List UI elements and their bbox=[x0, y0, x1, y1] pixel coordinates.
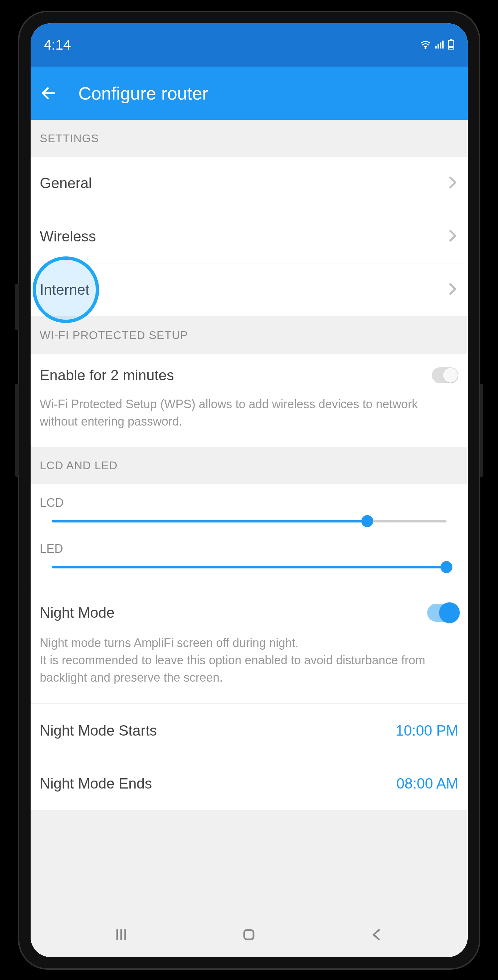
svg-point-0 bbox=[425, 47, 426, 48]
back-arrow-icon bbox=[40, 84, 57, 102]
chevron-right-icon bbox=[447, 282, 458, 298]
night-starts-value: 10:00 PM bbox=[395, 722, 458, 739]
night-ends-value: 08:00 AM bbox=[396, 775, 458, 792]
row-wireless[interactable]: Wireless bbox=[31, 210, 468, 263]
row-label: General bbox=[40, 175, 92, 191]
lcd-slider-fill bbox=[52, 520, 368, 522]
chevron-right-icon bbox=[447, 175, 458, 191]
svg-rect-4 bbox=[442, 40, 443, 48]
row-label: Internet bbox=[40, 282, 89, 298]
wps-description: Wi-Fi Protected Setup (WPS) allows to ad… bbox=[40, 396, 458, 430]
svg-rect-3 bbox=[440, 42, 441, 48]
night-mode-block: Night Mode Night mode turns AmpliFi scre… bbox=[31, 590, 468, 703]
night-starts-label: Night Mode Starts bbox=[40, 722, 157, 739]
night-mode-label: Night Mode bbox=[40, 605, 115, 621]
svg-rect-12 bbox=[244, 930, 254, 939]
volume-up-button bbox=[15, 284, 19, 330]
status-icons bbox=[420, 39, 454, 51]
led-slider[interactable] bbox=[52, 566, 446, 568]
night-mode-toggle[interactable] bbox=[427, 604, 458, 622]
home-button[interactable] bbox=[241, 927, 257, 944]
led-slider-fill bbox=[52, 566, 446, 568]
phone-frame: 4:14 Configure bbox=[18, 11, 481, 970]
android-nav-bar bbox=[31, 914, 468, 957]
lcd-led-block: LCD LED bbox=[31, 484, 468, 590]
section-header-lcd-led: LCD AND LED bbox=[31, 447, 468, 484]
wps-toggle[interactable] bbox=[432, 367, 458, 383]
back-button[interactable] bbox=[39, 83, 59, 103]
app-header: Configure router bbox=[31, 67, 468, 120]
row-label: Wireless bbox=[40, 228, 96, 245]
night-mode-description: Night mode turns AmpliFi screen off duri… bbox=[40, 634, 458, 687]
led-slider-thumb[interactable] bbox=[441, 561, 452, 573]
lcd-slider-thumb[interactable] bbox=[361, 515, 373, 527]
content-scroll[interactable]: SETTINGS General Wireless Internet bbox=[31, 120, 468, 914]
screen: 4:14 Configure bbox=[31, 23, 468, 957]
page-title: Configure router bbox=[79, 83, 208, 103]
night-ends-label: Night Mode Ends bbox=[40, 775, 152, 792]
status-bar: 4:14 bbox=[31, 23, 468, 67]
chevron-right-icon bbox=[447, 228, 458, 244]
android-back-button[interactable] bbox=[369, 927, 385, 944]
volume-down-button bbox=[15, 383, 19, 477]
recents-button[interactable] bbox=[113, 927, 129, 944]
row-general[interactable]: General bbox=[31, 157, 468, 210]
section-header-wps: WI-FI PROTECTED SETUP bbox=[31, 317, 468, 354]
battery-icon bbox=[448, 39, 454, 51]
svg-rect-2 bbox=[438, 44, 439, 49]
power-button bbox=[480, 383, 483, 477]
led-label: LED bbox=[40, 542, 458, 556]
row-internet[interactable]: Internet bbox=[31, 263, 468, 317]
svg-rect-7 bbox=[449, 46, 453, 48]
section-header-settings: SETTINGS bbox=[31, 120, 468, 157]
wifi-icon bbox=[420, 40, 431, 50]
row-night-starts[interactable]: Night Mode Starts 10:00 PM bbox=[31, 704, 468, 757]
wps-enable-label: Enable for 2 minutes bbox=[40, 367, 174, 383]
wps-block: Enable for 2 minutes Wi-Fi Protected Set… bbox=[31, 354, 468, 447]
lcd-slider[interactable] bbox=[52, 520, 446, 522]
svg-rect-1 bbox=[435, 46, 436, 48]
row-night-ends[interactable]: Night Mode Ends 08:00 AM bbox=[31, 757, 468, 810]
signal-icon bbox=[435, 40, 444, 50]
lcd-label: LCD bbox=[40, 496, 458, 510]
status-time: 4:14 bbox=[44, 37, 71, 53]
